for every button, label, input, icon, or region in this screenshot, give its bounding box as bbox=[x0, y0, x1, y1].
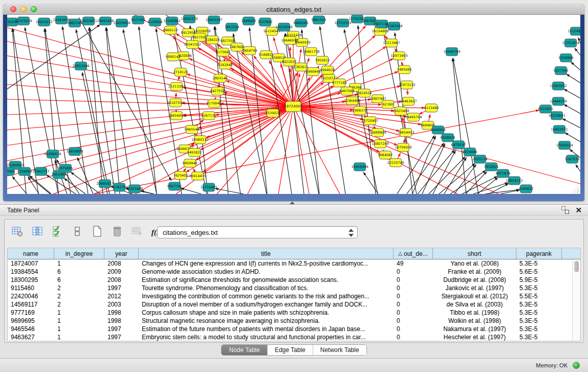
column-header-title[interactable]: title bbox=[139, 248, 394, 259]
tab-network-table[interactable]: Network Table bbox=[313, 345, 366, 355]
table-tabs-bar: Node TableEdge TableNetwork Table bbox=[0, 344, 588, 357]
graph-node-label: 16648784 bbox=[443, 50, 460, 54]
citation-edge-black[interactable] bbox=[320, 27, 345, 194]
citation-edge-black[interactable] bbox=[181, 188, 201, 194]
float-panel-icon[interactable] bbox=[561, 206, 569, 214]
column-header-label: in_degree bbox=[66, 250, 93, 257]
citation-edge-black[interactable] bbox=[422, 144, 445, 194]
citation-edge-black[interactable] bbox=[564, 89, 580, 98]
citation-edge-black[interactable] bbox=[571, 62, 580, 70]
citation-edge-black[interactable] bbox=[433, 151, 455, 194]
citation-edge-black[interactable] bbox=[473, 183, 508, 194]
table-cell: Corpus callosum shape and size in male p… bbox=[139, 309, 394, 317]
citation-edge-red[interactable] bbox=[278, 106, 293, 194]
graph-node-label: 6994028 bbox=[320, 68, 335, 72]
table-row[interactable]: 946362711997Embryonic stem cells: a mode… bbox=[8, 333, 572, 341]
graph-node-label: 10025488 bbox=[392, 109, 409, 113]
table-row[interactable]: 911546021997Tourette syndrome. Phenomeno… bbox=[8, 284, 572, 292]
status-bar: Memory: OK bbox=[0, 358, 588, 372]
citation-edge-black[interactable] bbox=[567, 74, 580, 83]
table-cell: 6 bbox=[54, 268, 104, 276]
table-row[interactable]: 1456911722003Disruption of a novel membe… bbox=[8, 300, 572, 309]
delete-table-button[interactable] bbox=[110, 225, 125, 240]
graph-node-label: 16782759 bbox=[111, 185, 127, 189]
table-cell: de Silva et al. (2003) bbox=[433, 300, 516, 309]
graph-node-label: 8186328 bbox=[205, 38, 220, 42]
citation-edge-red[interactable] bbox=[248, 106, 293, 194]
citation-edge-black[interactable] bbox=[564, 104, 580, 114]
citation-edge-black[interactable] bbox=[77, 158, 93, 194]
graph-node-label: 10973493 bbox=[390, 54, 407, 58]
table-selector-dropdown[interactable]: citations_edges.txt bbox=[157, 226, 358, 238]
table-cell: 0 bbox=[394, 317, 433, 325]
citation-edge-black[interactable] bbox=[575, 48, 580, 55]
table-settings-button[interactable] bbox=[10, 225, 25, 240]
table-cell: 2 bbox=[54, 284, 104, 292]
citation-edge-red[interactable] bbox=[293, 106, 580, 184]
citation-network-graph[interactable]: 8660123891295418226058962750981863289827… bbox=[7, 15, 580, 194]
show-columns-button[interactable] bbox=[30, 225, 45, 240]
graph-node-label: 12213967 bbox=[383, 41, 400, 45]
column-header-label: out_de... bbox=[404, 250, 428, 257]
table-cell: Dudbridge et al. (2008) bbox=[433, 276, 516, 284]
citation-edge-black[interactable] bbox=[89, 28, 103, 194]
citation-edge-black[interactable] bbox=[71, 172, 100, 194]
column-header-year[interactable]: year bbox=[104, 248, 139, 259]
network-canvas[interactable]: 8660123891295418226058962750981863289827… bbox=[7, 15, 580, 194]
column-header-out-de-[interactable]: △out_de... bbox=[394, 248, 433, 259]
citation-edge-red[interactable] bbox=[7, 106, 293, 189]
citation-edge-red[interactable] bbox=[189, 58, 293, 106]
citation-edge-black[interactable] bbox=[82, 73, 107, 194]
graph-node-label: 16154808 bbox=[372, 29, 388, 33]
citation-edge-black[interactable] bbox=[106, 28, 120, 194]
citation-edge-black[interactable] bbox=[363, 172, 378, 194]
table-cell: 2009 bbox=[104, 268, 139, 276]
table-row[interactable]: 1830029562008Estimation of significance … bbox=[8, 276, 572, 284]
table-row[interactable]: 969969511998Structural magnetic resonanc… bbox=[8, 317, 572, 325]
tab-edge-table[interactable]: Edge Table bbox=[267, 345, 313, 355]
graph-node-label: 9245652 bbox=[519, 187, 534, 191]
citation-edge-black[interactable] bbox=[79, 17, 171, 181]
graph-node-label: 8471676 bbox=[496, 171, 511, 176]
graph-node-label: 14569117 bbox=[191, 138, 208, 142]
citation-edge-black[interactable] bbox=[141, 190, 153, 194]
citation-edge-red[interactable] bbox=[293, 106, 397, 145]
table-row[interactable]: 977716911998Corpus callosum shape and si… bbox=[8, 309, 572, 317]
column-header-short[interactable]: short bbox=[433, 248, 516, 259]
citation-edge-black[interactable] bbox=[444, 158, 466, 194]
citation-edge-black[interactable] bbox=[576, 165, 580, 171]
citation-edge-black[interactable] bbox=[12, 177, 27, 194]
node-table: namein_degreeyeartitle△out_de...shortpag… bbox=[7, 248, 581, 341]
citation-edge-red[interactable] bbox=[293, 106, 309, 194]
table-row[interactable]: 946554611997Estimation of the future num… bbox=[8, 325, 572, 333]
new-table-button[interactable] bbox=[90, 225, 105, 240]
column-header-label: short bbox=[468, 250, 482, 257]
citation-edge-black[interactable] bbox=[190, 26, 208, 194]
table-row[interactable]: 1938455462009Genome-wide association stu… bbox=[8, 268, 572, 276]
scrollbar-thumb[interactable] bbox=[574, 261, 579, 272]
graph-node-label: 14463627 bbox=[400, 99, 417, 103]
graph-node-label: 12213383 bbox=[168, 84, 185, 89]
column-header-name[interactable]: name bbox=[8, 248, 54, 259]
citation-edge-red[interactable] bbox=[7, 106, 293, 145]
citation-edge-black[interactable] bbox=[565, 133, 580, 142]
graph-node-label: 2803144 bbox=[213, 76, 228, 80]
citation-edge-black[interactable] bbox=[450, 170, 486, 194]
close-panel-icon[interactable]: ✕ bbox=[575, 206, 582, 214]
graph-node-label: 8938924 bbox=[441, 136, 455, 140]
row-height-button[interactable] bbox=[70, 225, 85, 240]
tab-node-table[interactable]: Node Table bbox=[222, 345, 267, 355]
citation-edge-red[interactable] bbox=[217, 106, 293, 194]
citation-edge-red[interactable] bbox=[7, 106, 293, 115]
network-window-titlebar[interactable]: citations_edges.txt bbox=[3, 4, 584, 15]
column-header-pagerank[interactable]: pagerank bbox=[516, 248, 562, 259]
select-columns-button[interactable] bbox=[50, 225, 65, 240]
citation-edge-black[interactable] bbox=[106, 28, 132, 194]
table-cell: 19384554 bbox=[8, 268, 54, 276]
table-row[interactable]: 2242004622012Investigating the contribut… bbox=[8, 292, 572, 300]
table-scrollbar[interactable] bbox=[572, 259, 580, 341]
graph-node-label: 10654112 bbox=[506, 179, 522, 183]
select-columns-icon bbox=[51, 225, 63, 239]
table-row[interactable]: 1872400712008Changes of HCN gene express… bbox=[8, 259, 572, 268]
column-header-in-degree[interactable]: in_degree bbox=[54, 248, 104, 259]
